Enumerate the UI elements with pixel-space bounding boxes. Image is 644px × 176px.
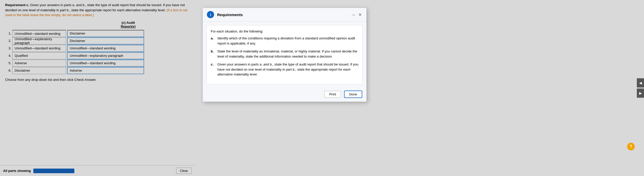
item-text-b: State the level of materiality as immate…: [217, 49, 358, 59]
item-label-b: b.: [211, 49, 216, 59]
item-text-c: Given your answers in parts a. and b., s…: [217, 62, 358, 77]
modal-header: i Requirements — ✕: [203, 8, 366, 21]
modal-list: a. Identify which of the conditions requ…: [211, 36, 358, 77]
modal-footer: Print Done: [203, 88, 366, 102]
info-icon: i: [207, 11, 214, 18]
requirements-modal: i Requirements — ✕ For each situation, d…: [203, 8, 367, 102]
done-button[interactable]: Done: [344, 91, 362, 98]
nav-forward-button[interactable]: ▶: [637, 89, 644, 98]
list-item: a. Identify which of the conditions requ…: [211, 36, 358, 46]
help-button[interactable]: ?: [627, 143, 635, 150]
modal-body: For each situation, do the following: a.…: [206, 25, 363, 84]
modal-title: Requirements: [217, 13, 351, 17]
item-text-a: Identify which of the conditions requiri…: [217, 36, 358, 46]
list-item: c. Given your answers in parts a. and b.…: [211, 62, 358, 77]
close-button[interactable]: ✕: [358, 12, 362, 17]
item-label-a: a.: [211, 36, 216, 46]
list-item: b. State the level of materiality as imm…: [211, 49, 358, 59]
item-label-c: c.: [211, 62, 216, 77]
right-nav: ◀ ▶: [637, 78, 644, 98]
minimize-button[interactable]: —: [351, 13, 356, 17]
print-button[interactable]: Print: [324, 91, 341, 98]
modal-intro: For each situation, do the following:: [211, 29, 358, 33]
modal-controls: — ✕: [351, 12, 362, 17]
nav-back-button[interactable]: ◀: [637, 78, 644, 87]
